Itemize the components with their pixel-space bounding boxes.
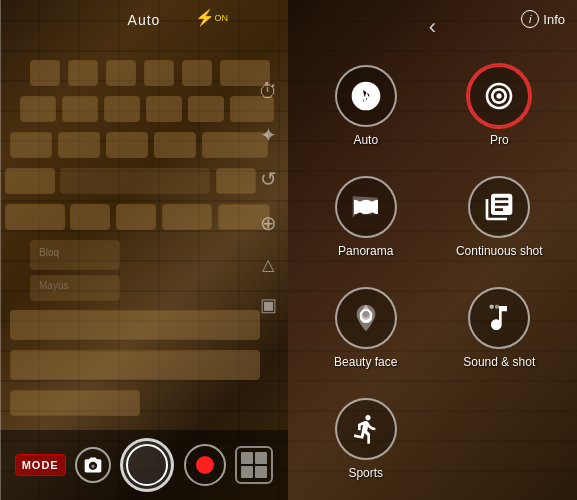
key <box>10 132 52 158</box>
mode-label-pro: Pro <box>490 133 509 147</box>
timer-icon[interactable]: ⏱ <box>258 80 278 103</box>
mode-item-continuous[interactable]: Continuous shot <box>437 166 563 269</box>
grid-cell <box>241 466 253 478</box>
info-label: Info <box>543 12 565 27</box>
mode-circle-pro <box>468 65 530 127</box>
mode-circle-sports <box>335 398 397 460</box>
key <box>106 132 148 158</box>
key <box>70 204 110 230</box>
camera-flip-button[interactable] <box>75 447 111 483</box>
mode-button[interactable]: MODE <box>15 454 66 476</box>
grid-view-button[interactable] <box>235 446 273 484</box>
grid-cell <box>255 466 267 478</box>
key <box>104 96 140 122</box>
key-bloq: Bloq <box>30 240 120 270</box>
key <box>58 132 100 158</box>
svg-rect-2 <box>490 305 494 309</box>
info-icon: i <box>521 10 539 28</box>
mode-label-sound: Sound & shot <box>463 355 535 369</box>
mode-circle-sound <box>468 287 530 349</box>
key <box>162 204 212 230</box>
mode-grid: Auto Pro Panorama <box>288 45 577 500</box>
mode-label-continuous: Continuous shot <box>456 244 543 258</box>
key <box>154 132 196 158</box>
key <box>216 168 256 194</box>
key <box>106 60 136 86</box>
image-icon[interactable]: ▣ <box>260 294 277 316</box>
key <box>62 96 98 122</box>
capture-inner <box>126 444 168 486</box>
flash-icon: ⚡ <box>195 8 215 27</box>
key <box>182 60 212 86</box>
rotate-icon[interactable]: ↺ <box>260 167 277 191</box>
mode-circle-panorama <box>335 176 397 238</box>
settings-icon[interactable]: ⊕ <box>260 211 277 235</box>
mode-item-panorama[interactable]: Panorama <box>303 166 429 269</box>
mode-circle-continuous <box>468 176 530 238</box>
mode-label-beauty: Beauty face <box>334 355 397 369</box>
auto-label: Auto <box>128 12 161 28</box>
mode-item-empty <box>437 387 563 490</box>
svg-rect-3 <box>495 305 499 309</box>
key <box>20 96 56 122</box>
grid-cell <box>241 452 253 464</box>
key <box>188 96 224 122</box>
mode-item-sound[interactable]: Sound & shot <box>437 277 563 380</box>
key <box>144 60 174 86</box>
mode-label-panorama: Panorama <box>338 244 393 258</box>
video-record-button[interactable] <box>184 444 226 486</box>
panel-divider <box>0 0 1 500</box>
location-icon[interactable]: △ <box>262 255 274 274</box>
filter-icon[interactable]: ✦ <box>260 123 277 147</box>
side-controls: ⏱ ✦ ↺ ⊕ △ ▣ <box>258 80 278 316</box>
mode-selection-panel: ‹ i Info Auto Pro <box>288 0 577 500</box>
capture-button[interactable] <box>120 438 174 492</box>
key <box>68 60 98 86</box>
mode-item-sports[interactable]: Sports <box>303 387 429 490</box>
key <box>116 204 156 230</box>
mode-label-auto: Auto <box>353 133 378 147</box>
key-row <box>10 390 140 416</box>
flash-indicator[interactable]: ⚡ON <box>195 8 229 27</box>
mode-label-sports: Sports <box>348 466 383 480</box>
info-button[interactable]: i Info <box>521 10 565 28</box>
key-spacebar <box>10 310 260 340</box>
mode-item-pro[interactable]: Pro <box>437 55 563 158</box>
key <box>146 96 182 122</box>
bottom-bar: MODE <box>0 430 288 500</box>
record-dot <box>196 456 214 474</box>
key-mayus: Mayús <box>30 275 120 301</box>
camera-viewfinder: Bloq Mayús Auto ⚡ON ⏱ ✦ ↺ ⊕ △ ▣ MODE <box>0 0 288 500</box>
key <box>30 60 60 86</box>
flash-on-label: ON <box>215 13 229 23</box>
mode-circle-auto <box>335 65 397 127</box>
top-bar: Auto <box>0 12 288 28</box>
mode-item-beauty[interactable]: Beauty face <box>303 277 429 380</box>
grid-cell <box>255 452 267 464</box>
key-arrow <box>60 168 210 194</box>
back-button[interactable]: ‹ <box>429 14 436 40</box>
key <box>5 204 65 230</box>
key <box>5 168 55 194</box>
key-row <box>10 350 260 380</box>
mode-circle-beauty <box>335 287 397 349</box>
mode-item-auto[interactable]: Auto <box>303 55 429 158</box>
